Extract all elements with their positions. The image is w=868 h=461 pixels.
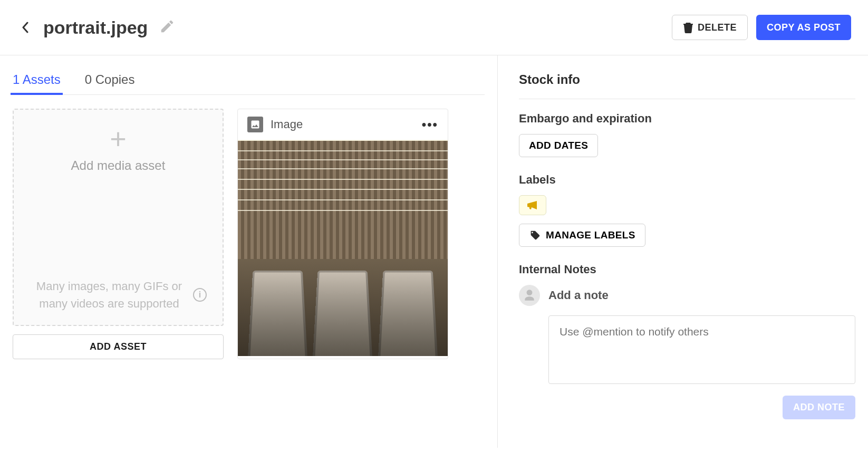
stock-info-heading: Stock info [519,72,855,99]
header: portrait.jpeg DELETE COPY AS POST [0,0,868,55]
asset-card: Image ••• [237,109,448,359]
upload-dropzone[interactable]: + Add media asset Many images, many GIFs… [13,109,224,326]
note-input[interactable] [548,315,855,384]
image-type-icon [247,117,263,132]
notes-section: Internal Notes Add a note ADD NOTE [519,263,855,419]
chevron-left-icon [22,22,29,33]
add-note-button[interactable]: ADD NOTE [783,396,855,419]
image-icon [250,119,261,130]
trash-icon [683,22,693,33]
upload-subtitle: Many images, many GIFs or many videos ar… [14,277,223,312]
copy-label: COPY AS POST [767,22,841,33]
asset-card-header: Image ••• [238,109,448,140]
avatar [519,285,540,306]
page-title: portrait.jpeg [43,17,148,38]
embargo-label: Embargo and expiration [519,112,855,126]
sidebar: Stock info Embargo and expiration ADD DA… [498,55,868,448]
copy-as-post-button[interactable]: COPY AS POST [756,15,851,40]
upload-subtitle-text: Many images, many GIFs or many videos ar… [30,277,189,312]
manage-labels-button[interactable]: MANAGE LABELS [519,224,645,247]
content: 1 Assets 0 Copies + Add media asset Many… [0,55,868,448]
assets-row: + Add media asset Many images, many GIFs… [13,109,485,359]
add-dates-button[interactable]: ADD DATES [519,134,598,157]
notes-label: Internal Notes [519,263,855,276]
upload-title: Add media asset [71,158,166,173]
labels-label: Labels [519,173,855,187]
header-left: portrait.jpeg [17,17,175,38]
add-dates-label: ADD DATES [529,140,588,151]
back-button[interactable] [17,19,34,36]
note-title: Add a note [548,289,609,302]
header-actions: DELETE COPY AS POST [672,15,851,40]
asset-thumbnail[interactable] [238,140,448,356]
note-header: Add a note [519,285,855,306]
info-icon[interactable]: i [193,288,207,302]
tab-assets[interactable]: 1 Assets [13,72,61,94]
add-note-label: ADD NOTE [793,402,845,413]
plus-icon: + [110,124,127,153]
asset-menu-button[interactable]: ••• [422,117,438,132]
embargo-section: Embargo and expiration ADD DATES [519,112,855,157]
delete-button[interactable]: DELETE [672,15,748,40]
asset-type-label: Image [271,118,303,131]
tab-copies[interactable]: 0 Copies [85,72,135,94]
tabs: 1 Assets 0 Copies [13,72,485,95]
megaphone-icon [526,200,539,210]
person-icon [523,289,536,302]
pencil-icon [159,18,175,34]
add-asset-button[interactable]: ADD ASSET [13,334,224,359]
labels-section: Labels MANAGE LABELS [519,173,855,247]
upload-column: + Add media asset Many images, many GIFs… [13,109,224,359]
assets-panel: 1 Assets 0 Copies + Add media asset Many… [0,55,498,448]
delete-label: DELETE [698,22,737,33]
label-chip-megaphone[interactable] [519,195,546,215]
manage-labels-label: MANAGE LABELS [546,229,635,241]
add-note-row: ADD NOTE [519,396,855,419]
edit-title-button[interactable] [159,18,175,36]
tag-icon [529,229,541,241]
